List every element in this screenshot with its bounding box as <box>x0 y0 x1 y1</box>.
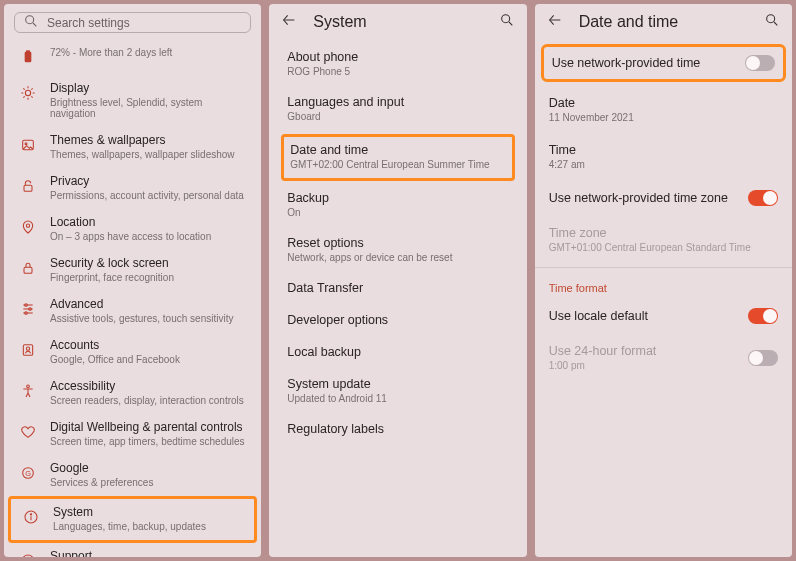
row-label: Use network-provided time zone <box>549 191 748 205</box>
item-title: Display <box>50 81 247 95</box>
svg-point-38 <box>767 15 775 23</box>
divider <box>535 267 792 268</box>
system-item-developer-options[interactable]: Developer options <box>287 305 508 337</box>
settings-item-location[interactable]: LocationOn – 3 apps have access to locat… <box>8 209 257 250</box>
back-button[interactable] <box>547 12 563 32</box>
settings-item-privacy[interactable]: PrivacyPermissions, account activity, pe… <box>8 168 257 209</box>
settings-item-advanced[interactable]: AdvancedAssistive tools, gestures, touch… <box>8 291 257 332</box>
item-title: Developer options <box>287 313 508 327</box>
svg-point-4 <box>25 90 30 95</box>
info-icon <box>21 507 41 527</box>
system-item-data-transfer[interactable]: Data Transfer <box>287 273 508 305</box>
page-title: System <box>313 13 366 31</box>
search-icon <box>23 13 39 32</box>
item-title: Support <box>50 549 247 557</box>
system-item-languages-and-input[interactable]: Languages and inputGboard <box>287 87 508 132</box>
item-subtitle: Themes, wallpapers, wallpaper slideshow <box>50 149 247 160</box>
system-item-reset-options[interactable]: Reset optionsNetwork, apps or device can… <box>287 228 508 273</box>
time-row[interactable]: Time 4:27 am <box>535 133 792 180</box>
row-label: Date <box>549 96 778 110</box>
row-value: 11 November 2021 <box>549 112 778 123</box>
item-title: Languages and input <box>287 95 508 109</box>
row-value: 4:27 am <box>549 159 778 170</box>
settings-item-accounts[interactable]: AccountsGoogle, Office and Facebook <box>8 332 257 373</box>
use-24h-row: Use 24-hour format 1:00 pm <box>535 334 792 381</box>
use-network-time-toggle[interactable] <box>745 55 775 71</box>
settings-item-support[interactable]: SupportFAQ, ZenTalk, MyASUS <box>8 543 257 557</box>
google-icon: G <box>18 463 38 483</box>
settings-root-pane: Search settings 72% - More than 2 days l… <box>4 4 261 557</box>
lock-open-icon <box>18 176 38 196</box>
item-title: Local backup <box>287 345 508 359</box>
item-title: About phone <box>287 50 508 64</box>
sun-icon <box>18 83 38 103</box>
system-item-system-update[interactable]: System updateUpdated to Android 11 <box>287 369 508 414</box>
settings-item-battery[interactable]: 72% - More than 2 days left <box>8 39 257 75</box>
lock-icon <box>18 258 38 278</box>
image-icon <box>18 135 38 155</box>
system-item-backup[interactable]: BackupOn <box>287 183 508 228</box>
row-label: Time zone <box>549 226 778 240</box>
system-item-regulatory-labels[interactable]: Regulatory labels <box>287 414 508 446</box>
settings-item-digital-wellbeing-parental-controls[interactable]: Digital Wellbeing & parental controlsScr… <box>8 414 257 455</box>
item-title: Security & lock screen <box>50 256 247 270</box>
svg-rect-15 <box>24 185 32 191</box>
search-settings[interactable]: Search settings <box>14 12 251 33</box>
a11y-icon <box>18 381 38 401</box>
item-title: Advanced <box>50 297 247 311</box>
item-title: System update <box>287 377 508 391</box>
settings-item-display[interactable]: DisplayBrightness level, Splendid, syste… <box>8 75 257 127</box>
item-title: Themes & wallpapers <box>50 133 247 147</box>
item-subtitle: Services & preferences <box>50 477 247 488</box>
item-title: Privacy <box>50 174 247 188</box>
date-time-pane: Date and time Use network-provided time … <box>535 4 792 557</box>
svg-point-31 <box>30 514 31 515</box>
row-value: GMT+01:00 Central European Standard Time <box>549 242 778 253</box>
system-pane: System About phoneROG Phone 5Languages a… <box>269 4 526 557</box>
item-title: Location <box>50 215 247 229</box>
item-title: Regulatory labels <box>287 422 508 436</box>
svg-rect-3 <box>26 50 30 52</box>
item-subtitle: Network, apps or device can be reset <box>287 252 508 263</box>
row-label: Time <box>549 143 778 157</box>
item-subtitle: Assistive tools, gestures, touch sensiti… <box>50 313 247 324</box>
svg-point-25 <box>26 347 29 350</box>
system-item-local-backup[interactable]: Local backup <box>287 337 508 369</box>
pin-icon <box>18 217 38 237</box>
settings-item-system[interactable]: SystemLanguages, time, backup, updates <box>8 496 257 543</box>
settings-list: 72% - More than 2 days leftDisplayBright… <box>4 39 261 557</box>
item-subtitle: Permissions, account activity, personal … <box>50 190 247 201</box>
svg-point-16 <box>26 224 29 227</box>
settings-item-security-lock-screen[interactable]: Security & lock screenFingerprint, face … <box>8 250 257 291</box>
use-locale-toggle[interactable] <box>748 308 778 324</box>
heart-icon <box>18 422 38 442</box>
system-item-about-phone[interactable]: About phoneROG Phone 5 <box>287 42 508 87</box>
use-locale-row[interactable]: Use locale default <box>535 298 792 334</box>
search-icon[interactable] <box>499 12 515 32</box>
item-title: Reset options <box>287 236 508 250</box>
use-24h-toggle <box>748 350 778 366</box>
svg-rect-2 <box>25 52 32 63</box>
search-placeholder: Search settings <box>47 16 130 30</box>
system-list: About phoneROG Phone 5Languages and inpu… <box>269 40 526 448</box>
use-network-time-row[interactable]: Use network-provided time <box>541 44 786 82</box>
svg-line-12 <box>31 88 32 89</box>
settings-item-themes-wallpapers[interactable]: Themes & wallpapersThemes, wallpapers, w… <box>8 127 257 168</box>
time-zone-row: Time zone GMT+01:00 Central European Sta… <box>535 216 792 263</box>
sliders-icon <box>18 299 38 319</box>
use-network-zone-toggle[interactable] <box>748 190 778 206</box>
system-item-date-and-time[interactable]: Date and timeGMT+02:00 Central European … <box>281 134 514 181</box>
svg-point-32 <box>22 555 34 557</box>
settings-item-google[interactable]: GGoogleServices & preferences <box>8 455 257 496</box>
item-subtitle: Updated to Android 11 <box>287 393 508 404</box>
search-icon[interactable] <box>764 12 780 32</box>
item-title: Date and time <box>290 143 505 157</box>
svg-point-26 <box>27 385 30 388</box>
date-row[interactable]: Date 11 November 2021 <box>535 86 792 133</box>
use-network-zone-row[interactable]: Use network-provided time zone <box>535 180 792 216</box>
item-title: System <box>53 505 244 519</box>
back-button[interactable] <box>281 12 297 32</box>
svg-point-0 <box>26 16 34 24</box>
settings-item-accessibility[interactable]: AccessibilityScreen readers, display, in… <box>8 373 257 414</box>
svg-line-11 <box>23 96 24 97</box>
